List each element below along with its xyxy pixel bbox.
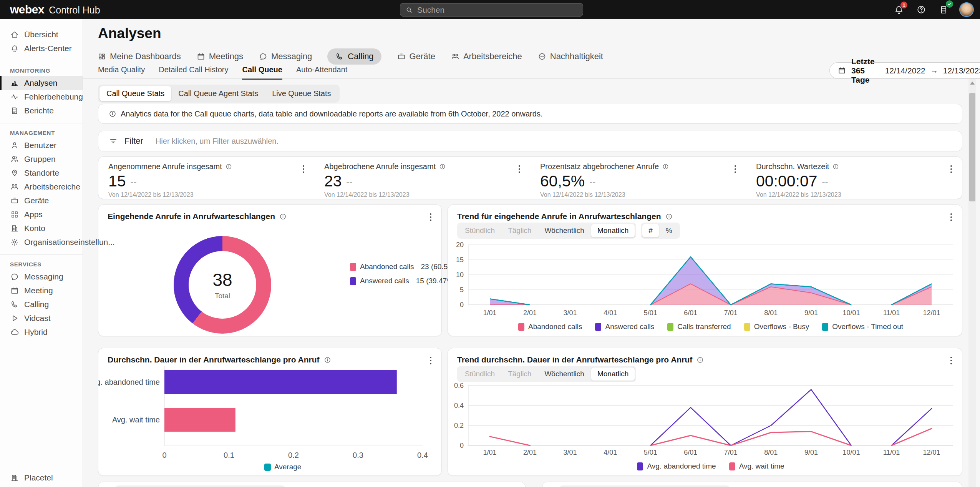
sidebar-item-placetel[interactable]: Placetel <box>0 471 83 485</box>
sidebar-item-fehlerbehebung[interactable]: Fehlerbehebung <box>0 90 83 104</box>
view-pills: Call Queue StatsCall Queue Agent StatsLi… <box>98 85 340 103</box>
troubleshooting-icon <box>10 92 19 101</box>
sidebar-item-label: Meeting <box>24 286 53 295</box>
tab-nachhaltigkeit[interactable]: Nachhaltigkeit <box>537 48 603 65</box>
unit-toggle-#[interactable]: # <box>642 224 659 238</box>
sidebar-item-gruppen[interactable]: Gruppen <box>0 152 83 166</box>
more-options-button[interactable] <box>517 164 522 175</box>
period-toggle-group: StündlichTäglichWöchentlichMonatlich <box>457 223 636 239</box>
sidebar-item-label: Geräte <box>24 196 49 205</box>
tab-meetings[interactable]: Meetings <box>196 48 243 65</box>
sidebar-item-messaging[interactable]: Messaging <box>0 270 83 284</box>
tab-label: Meetings <box>209 52 243 61</box>
tab-arbeitsbereiche[interactable]: Arbeitsbereiche <box>451 48 522 65</box>
workspaces-icon <box>10 182 19 191</box>
sidebar-item-berichte[interactable]: Berichte <box>0 104 83 118</box>
period-toggle-t-glich[interactable]: Täglich <box>501 367 538 381</box>
notifications-button[interactable]: 1 <box>892 3 905 16</box>
pill-call-queue-agent-stats[interactable]: Call Queue Agent Stats <box>171 86 265 101</box>
donut-chart: 38 Total <box>174 236 271 334</box>
sidebar-item-ger-te[interactable]: Geräte <box>0 194 83 208</box>
sidebar-item-organisationseinstellun[interactable]: Organisationseinstellun... <box>0 235 83 249</box>
sidebar-item-label: Vidcast <box>24 314 51 323</box>
sidebar-item-benutzer[interactable]: Benutzer <box>0 138 83 152</box>
sidebar-item-calling[interactable]: Calling <box>0 298 83 311</box>
tab-meine-dashboards[interactable]: Meine Dashboards <box>97 48 181 65</box>
arrow-right-icon: → <box>930 66 938 75</box>
tab-messaging[interactable]: Messaging <box>259 48 312 65</box>
x-tick-label: 7/01 <box>724 449 738 456</box>
partial-card <box>542 482 962 487</box>
subtab-call-queue[interactable]: Call Queue <box>242 65 282 80</box>
subtab-auto-attendant[interactable]: Auto-Attendant <box>296 65 347 80</box>
legend-swatch <box>350 263 356 271</box>
tab-calling[interactable]: Calling <box>327 48 381 65</box>
sidebar-item-label: Placetel <box>24 473 53 482</box>
more-options-button[interactable] <box>949 212 953 223</box>
scrollbar-up-arrow[interactable] <box>970 81 975 85</box>
legend-label: Avg. wait time <box>739 462 784 470</box>
period-toggle-monatlich[interactable]: Monatlich <box>591 224 635 238</box>
kpi-durchschn-wartezeit: Durchschn. Wartezeit00:00:07--Von 12/14/… <box>746 157 962 199</box>
more-options-button[interactable] <box>428 212 433 223</box>
hybrid-icon <box>10 327 19 337</box>
x-tick-label: 3/01 <box>564 309 577 317</box>
x-tick-label: 5/01 <box>644 449 657 456</box>
sidebar-item-hybrid[interactable]: Hybrid <box>0 325 83 339</box>
period-toggle-w-chentlich[interactable]: Wöchentlich <box>538 224 591 238</box>
period-toggle-t-glich[interactable]: Täglich <box>501 224 538 238</box>
kpi-label: Angenommene Anrufe insgesamt <box>108 162 222 171</box>
kpi-date-range: Von 12/14/2022 bis 12/13/2023 <box>324 191 520 198</box>
sidebar-item-arbeitsbereiche[interactable]: Arbeitsbereiche <box>0 180 83 194</box>
info-banner: Analytics data for the Call queue charts… <box>98 104 962 124</box>
filter-bar[interactable]: Filter Hier klicken, um Filter auszuwähl… <box>98 131 962 151</box>
x-tick-label: 2/01 <box>523 309 537 317</box>
search-icon <box>405 6 413 14</box>
brand: webex Control Hub <box>10 3 100 16</box>
x-tick-label: 1/01 <box>483 309 496 317</box>
kpi-date-range: Von 12/14/2022 bis 12/13/2023 <box>756 191 952 198</box>
sidebar-item-label: Calling <box>24 300 49 309</box>
more-options-button[interactable] <box>949 355 953 366</box>
unit-toggle-%[interactable]: % <box>659 224 679 238</box>
subtab-detailed-call-history[interactable]: Detailed Call History <box>159 65 228 80</box>
onboarding-checklist-button[interactable] <box>937 3 950 16</box>
x-tick-label: 0.3 <box>353 451 363 459</box>
date-range-picker[interactable]: Letzte 365 Tage 12/14/2022 → 12/13/2023 <box>829 62 980 79</box>
x-tick-label: 10/01 <box>842 449 860 456</box>
help-button[interactable] <box>915 3 928 16</box>
sidebar-item-bersicht[interactable]: Übersicht <box>0 28 83 42</box>
devices-icon <box>10 196 19 205</box>
sidebar-item-analysen[interactable]: Analysen <box>0 76 83 90</box>
sidebar-item-standorte[interactable]: Standorte <box>0 166 83 180</box>
vertical-scrollbar[interactable] <box>968 79 976 487</box>
pill-call-queue-stats[interactable]: Call Queue Stats <box>99 86 171 101</box>
calendar-icon <box>837 66 846 75</box>
sidebar-item-konto[interactable]: Konto <box>0 221 83 235</box>
more-options-button[interactable] <box>949 164 953 175</box>
tab-ger-te[interactable]: Geräte <box>397 48 435 65</box>
more-options-button[interactable] <box>733 164 738 175</box>
subtab-media-quality[interactable]: Media Quality <box>98 65 145 80</box>
x-tick-label: 0.4 <box>417 451 428 459</box>
x-tick-label: 12/01 <box>923 309 940 317</box>
search-input[interactable] <box>417 5 578 15</box>
unit-toggle-group: #% <box>641 223 680 239</box>
global-search[interactable] <box>400 3 583 17</box>
avatar[interactable] <box>959 2 974 17</box>
vidcast-icon <box>10 314 19 323</box>
sidebar-item-label: Gruppen <box>24 155 56 164</box>
period-toggle-monatlich[interactable]: Monatlich <box>591 367 635 381</box>
sidebar-item-vidcast[interactable]: Vidcast <box>0 311 83 325</box>
tab-label: Messaging <box>271 52 312 61</box>
info-icon <box>662 163 669 170</box>
period-toggle-w-chentlich[interactable]: Wöchentlich <box>538 367 591 381</box>
scrollbar-thumb[interactable] <box>969 93 975 201</box>
pill-live-queue-stats[interactable]: Live Queue Stats <box>265 86 338 101</box>
more-options-button[interactable] <box>301 164 306 175</box>
period-toggle-st-ndlich[interactable]: Stündlich <box>458 367 501 381</box>
sidebar-item-meeting[interactable]: Meeting <box>0 284 83 298</box>
sidebar-item-apps[interactable]: Apps <box>0 208 83 221</box>
sidebar-item-alerts-center[interactable]: Alerts-Center <box>0 42 83 55</box>
period-toggle-st-ndlich[interactable]: Stündlich <box>458 224 501 238</box>
